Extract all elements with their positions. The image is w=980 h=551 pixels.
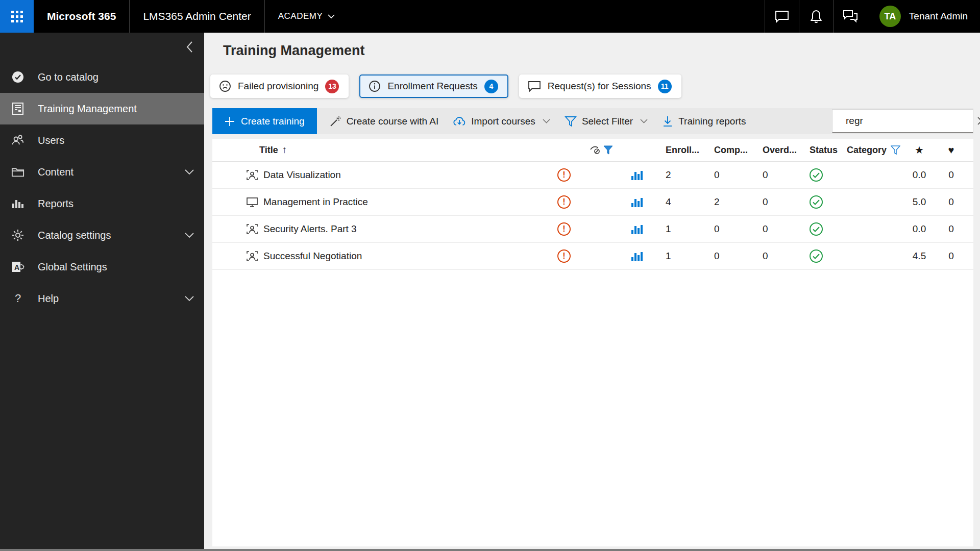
sidebar-item-users[interactable]: Users [0, 124, 204, 156]
rating-value: 0.0 [903, 223, 935, 235]
likes-count: 0 [935, 169, 967, 181]
trainings-table: Title ↑ Enroll... Comp... Overd... Statu… [212, 139, 973, 546]
org-selector[interactable]: ACADEMY [265, 0, 349, 33]
overdue-count: 0 [755, 196, 802, 208]
account-menu[interactable]: TA Tenant Admin [867, 0, 980, 33]
org-name: ACADEMY [278, 11, 323, 21]
instructor-led-course-icon [246, 223, 258, 235]
column-header-completed[interactable]: Comp... [707, 145, 755, 156]
sidebar-item-label: Training Management [38, 103, 194, 115]
create-course-ai-button[interactable]: Create course with AI [322, 108, 446, 134]
download-icon [662, 115, 673, 128]
brand-title[interactable]: Microsoft 365 [34, 0, 129, 33]
enrolled-count: 1 [658, 223, 707, 235]
app-title[interactable]: LMS365 Admin Center [130, 0, 264, 33]
chat-button[interactable] [765, 0, 799, 33]
tab-strip: Failed provisioning 13 Enrollment Reques… [210, 74, 681, 98]
cloud-download-icon [453, 116, 466, 127]
completed-count: 2 [707, 196, 755, 208]
create-course-ai-label: Create course with AI [347, 116, 439, 127]
sidebar-item-training-management[interactable]: Training Management [0, 93, 204, 124]
published-status-icon [810, 249, 823, 263]
training-title[interactable]: Security Alerts. Part 3 [263, 223, 357, 235]
statistics-icon[interactable] [631, 197, 643, 207]
sidebar-item-help[interactable]: ? Help [0, 283, 204, 314]
horizontal-scrollbar[interactable] [0, 549, 980, 551]
tab-requests-for-sessions[interactable]: Request(s) for Sessions 11 [519, 74, 681, 98]
feedback-button[interactable] [834, 0, 867, 33]
filter-icon [565, 116, 577, 127]
statistics-icon[interactable] [631, 251, 643, 261]
info-icon [369, 80, 381, 92]
column-header-likes[interactable]: ♥ [935, 144, 967, 156]
rating-value: 5.0 [903, 196, 935, 208]
avatar[interactable]: TA [879, 6, 901, 27]
published-status-icon [810, 168, 823, 182]
column-header-category[interactable]: Category [840, 145, 903, 156]
table-row[interactable]: Successful Negotiation ! 1 0 0 4.5 0 [212, 243, 973, 270]
likes-count: 0 [935, 251, 967, 262]
sidebar-item-label: Reports [38, 198, 194, 210]
sidebar-item-reports[interactable]: Reports [0, 188, 204, 219]
sidebar-item-content[interactable]: Content [0, 156, 204, 188]
collapse-sidebar-icon[interactable] [186, 41, 193, 53]
title-header-label: Title [259, 145, 278, 156]
provisioning-warning-icon[interactable]: ! [557, 249, 571, 263]
sort-ascending-icon: ↑ [282, 144, 287, 156]
import-courses-button[interactable]: Import courses [446, 108, 557, 134]
sidebar-item-label: Content [38, 166, 185, 178]
column-header-visibility[interactable] [587, 145, 615, 155]
column-header-rating[interactable]: ★ [903, 144, 935, 156]
chevron-down-icon [185, 296, 194, 302]
filter-applied-icon [603, 145, 613, 155]
sidebar-item-go-to-catalog[interactable]: Go to catalog [0, 61, 204, 93]
table-row[interactable]: Data Visualization ! 2 0 0 0.0 0 [212, 162, 973, 189]
statistics-icon[interactable] [631, 224, 643, 234]
bell-icon [810, 10, 822, 23]
tab-count-badge: 13 [325, 80, 339, 93]
rating-value: 4.5 [903, 251, 935, 262]
office-top-bar: Microsoft 365 LMS365 Admin Center ACADEM… [0, 0, 980, 33]
select-filter-button[interactable]: Select Filter [557, 108, 655, 134]
tab-failed-provisioning[interactable]: Failed provisioning 13 [210, 74, 349, 98]
training-title[interactable]: Management in Practice [263, 196, 368, 208]
category-header-label: Category [847, 145, 887, 156]
tab-label: Failed provisioning [238, 81, 318, 92]
main-content: Training Management Failed provisioning … [204, 33, 980, 551]
sidebar-item-catalog-settings[interactable]: Catalog settings [0, 219, 204, 251]
heart-icon: ♥ [948, 144, 954, 156]
select-filter-label: Select Filter [582, 116, 633, 127]
search-input[interactable] [846, 115, 971, 127]
app-window: Microsoft 365 LMS365 Admin Center ACADEM… [0, 0, 980, 551]
provisioning-warning-icon[interactable]: ! [557, 222, 571, 236]
column-header-title[interactable]: Title ↑ [212, 144, 541, 156]
training-reports-button[interactable]: Training reports [655, 108, 753, 134]
folder-icon [11, 165, 24, 179]
catalog-check-icon [11, 70, 24, 84]
training-title[interactable]: Successful Negotiation [263, 251, 362, 262]
page-title: Training Management [223, 43, 365, 59]
table-row[interactable]: Management in Practice ! 4 2 0 5.0 0 [212, 189, 973, 216]
provisioning-warning-icon[interactable]: ! [557, 195, 571, 209]
tab-enrollment-requests[interactable]: Enrollment Requests 4 [359, 74, 508, 98]
column-header-status[interactable]: Status [802, 145, 840, 156]
statistics-icon[interactable] [631, 170, 643, 180]
chat-icon [775, 10, 789, 23]
training-reports-label: Training reports [678, 116, 746, 127]
magic-wand-icon [329, 115, 341, 128]
command-bar: Create training Create course with AI Im… [212, 108, 973, 134]
column-header-overdue[interactable]: Overd... [755, 145, 802, 156]
chevron-down-icon [185, 233, 194, 238]
sidebar-item-global-settings[interactable]: A Global Settings [0, 251, 204, 283]
completed-count: 0 [707, 223, 755, 235]
clear-search-icon[interactable] [977, 116, 980, 126]
published-status-icon [810, 222, 823, 236]
notifications-button[interactable] [799, 0, 833, 33]
app-launcher-button[interactable] [0, 0, 34, 33]
column-header-enrolled[interactable]: Enroll... [658, 145, 707, 156]
table-header-row: Title ↑ Enroll... Comp... Overd... Statu… [212, 139, 973, 162]
provisioning-warning-icon[interactable]: ! [557, 168, 571, 182]
training-title[interactable]: Data Visualization [263, 169, 341, 181]
create-training-button[interactable]: Create training [212, 108, 317, 134]
table-row[interactable]: Security Alerts. Part 3 ! 1 0 0 0.0 0 [212, 216, 973, 243]
